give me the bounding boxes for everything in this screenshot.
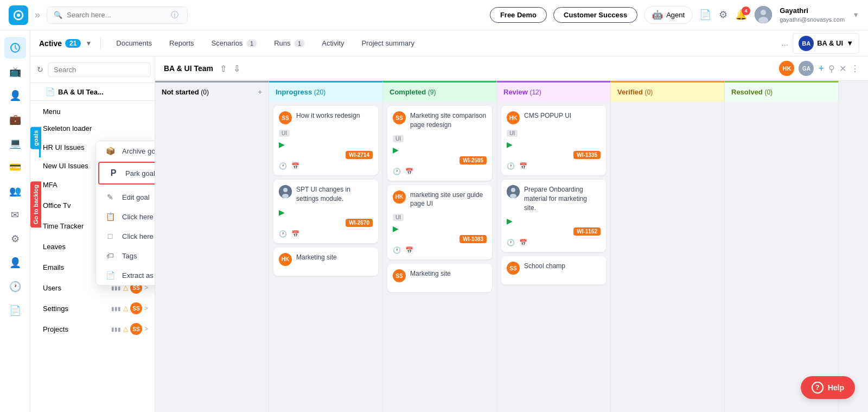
wi-badge-1083: WI-1083: [459, 235, 487, 243]
more-options[interactable]: …: [781, 39, 788, 47]
menu-item-edit[interactable]: ✎ Edit goal: [96, 187, 155, 207]
goals-tab[interactable]: goals: [30, 127, 41, 149]
ss-avatar: SS: [130, 323, 142, 335]
tab-project-summary[interactable]: Project summary: [355, 36, 421, 50]
settings-icon[interactable]: ⚙: [719, 9, 727, 21]
card-spt-ui: SPT UI changes in settings module. ▶ WI-…: [273, 180, 378, 243]
main-content: Active 21 ▼ Documents Reports Scenarios …: [30, 30, 868, 412]
board-filter-icon[interactable]: ⚲: [828, 64, 835, 74]
svg-point-11: [510, 194, 516, 198]
svg-point-3: [761, 10, 766, 15]
col-header-not-started: Not started (0) +: [155, 83, 269, 102]
menu-item-tags[interactable]: 🏷 Tags: [96, 246, 155, 265]
nav-expander[interactable]: »: [35, 9, 40, 21]
menu-item-archive[interactable]: 📦 Archive goal: [96, 141, 155, 161]
panel-item-skeleton[interactable]: Skeleton loader: [39, 120, 155, 137]
app-logo[interactable]: [9, 5, 28, 25]
customer-success-button[interactable]: Customer Success: [553, 7, 637, 23]
play-icon[interactable]: ▶: [279, 208, 285, 217]
wi-badge: WI-2714: [346, 151, 373, 159]
ga-avatar: GA: [799, 61, 814, 76]
agent-button[interactable]: 🤖 Agent: [644, 6, 693, 24]
sidebar-item-tv[interactable]: 📺: [4, 61, 26, 83]
user-dropdown-icon[interactable]: ▼: [852, 11, 859, 19]
context-menu: 📦 Archive goal P Park goal ✎ Edit goal 📋…: [95, 141, 155, 286]
menu-item-copy-link[interactable]: 📋 Click here to copy link: [96, 207, 155, 226]
avatar[interactable]: [755, 6, 772, 23]
col-add-not-started[interactable]: +: [258, 88, 262, 96]
panel-search-input[interactable]: [48, 62, 151, 77]
panel-item-projects[interactable]: Projects ▮▮▮ △ SS >: [39, 319, 155, 339]
menu-item-extract[interactable]: 📄 Extract as template: [96, 265, 155, 285]
play-icon[interactable]: ▶: [507, 217, 513, 225]
sidebar-item-person[interactable]: 👤: [4, 85, 26, 106]
play-icon[interactable]: ▶: [393, 145, 399, 154]
col-body-inprogress: SS How it works redesign UI ▶ WI-2714: [269, 102, 382, 412]
ui-label: UI: [279, 130, 290, 137]
card-marketing-comp2: SS Marketing site: [387, 264, 492, 292]
wi-badge-1162: WI-1162: [573, 227, 601, 236]
tab-runs[interactable]: Runs 1: [267, 36, 311, 50]
team-header-row: 📄 BA & UI Tea...: [30, 83, 155, 101]
sidebar-item-group[interactable]: 👥: [4, 180, 26, 202]
sidebar-item-settings[interactable]: ⚙: [4, 228, 26, 250]
sidebar-item-email[interactable]: ✉: [4, 204, 26, 226]
col-body-completed: SS Marketing site comparison page redesi…: [383, 102, 496, 412]
play-icon[interactable]: ▶: [393, 224, 399, 233]
user-email: gayathri@snovasys.com: [780, 16, 845, 24]
col-header-verified: Verified (0): [611, 83, 724, 102]
col-body-resolved: [725, 102, 838, 412]
tab-documents[interactable]: Documents: [110, 36, 158, 50]
svg-point-4: [758, 17, 768, 23]
left-sidebar: 📺 👤 💼 💻 💳 👥 ✉ ⚙ 👤 🕐 📄: [0, 30, 30, 412]
sidebar-item-doc[interactable]: 📄: [4, 300, 26, 321]
ba-ui-button[interactable]: BA BA & UI ▼: [793, 33, 859, 54]
ba-dropdown-icon: ▼: [846, 39, 853, 47]
board-column-header: BA & UI Team ⇧ ⇩ HK GA + ⚲ ✕ ⋮: [155, 56, 868, 81]
sidebar-item-monitor[interactable]: 💻: [4, 132, 26, 154]
sidebar-item-clock[interactable]: [4, 37, 26, 59]
warn-icon: △: [123, 325, 128, 333]
upload-icon[interactable]: ⇧: [220, 64, 227, 74]
add-member-button[interactable]: +: [818, 63, 824, 74]
document-icon[interactable]: 📄: [699, 9, 711, 21]
sidebar-item-user2[interactable]: 👤: [4, 252, 26, 274]
refresh-icon[interactable]: ↻: [37, 65, 43, 74]
board-clear-icon[interactable]: ✕: [839, 64, 846, 74]
download-icon[interactable]: ⇩: [233, 64, 240, 74]
panel-item-menu[interactable]: Menu: [39, 103, 155, 120]
menu-separator: [96, 186, 155, 186]
active-dropdown[interactable]: ▼: [85, 40, 92, 47]
card-avatar-ss-comp2: SS: [393, 269, 406, 282]
menu-item-park[interactable]: P Park goal: [98, 162, 155, 185]
help-button[interactable]: ? Help: [801, 376, 855, 399]
board-more-icon[interactable]: ⋮: [851, 64, 859, 74]
sub-nav: Active 21 ▼ Documents Reports Scenarios …: [30, 30, 868, 56]
info-icon[interactable]: ⓘ: [171, 10, 178, 20]
free-demo-button[interactable]: Free Demo: [490, 7, 547, 23]
ui-label-guide: UI: [393, 214, 404, 221]
notification-icon[interactable]: 🔔 4: [735, 9, 747, 21]
external-icon: □: [105, 232, 116, 240]
tab-reports[interactable]: Reports: [163, 36, 201, 50]
sidebar-item-card[interactable]: 💳: [4, 156, 26, 178]
search-input[interactable]: [67, 11, 164, 19]
bar-icon: ▮▮▮: [111, 326, 121, 332]
column-inprogress: Inprogress (20) SS How it works redesign…: [269, 81, 383, 412]
menu-item-open-tab[interactable]: □ Click here to open in new tab: [96, 226, 155, 246]
backlog-tab[interactable]: Go to backlog: [30, 181, 41, 227]
play-icon[interactable]: ▶: [507, 140, 513, 149]
left-panel: goals Go to backlog ↻ ⚲ SS + 📄 BA & UI T…: [30, 56, 155, 412]
archive-icon: 📦: [105, 147, 116, 155]
sidebar-item-briefcase[interactable]: 💼: [4, 109, 26, 130]
play-icon[interactable]: ▶: [279, 140, 285, 149]
col-label-not-started: Not started (0): [162, 88, 209, 96]
tab-scenarios[interactable]: Scenarios 1: [205, 36, 264, 50]
template-icon: 📄: [105, 271, 116, 280]
clock-icon: 🕐: [507, 239, 515, 246]
tab-activity[interactable]: Activity: [315, 36, 350, 50]
edit-icon: ✎: [105, 193, 116, 201]
card-title-cms: CMS POPUP UI: [524, 111, 571, 121]
panel-item-settings[interactable]: Settings ▮▮▮ △ SS >: [39, 298, 155, 319]
sidebar-item-history[interactable]: 🕐: [4, 276, 26, 297]
